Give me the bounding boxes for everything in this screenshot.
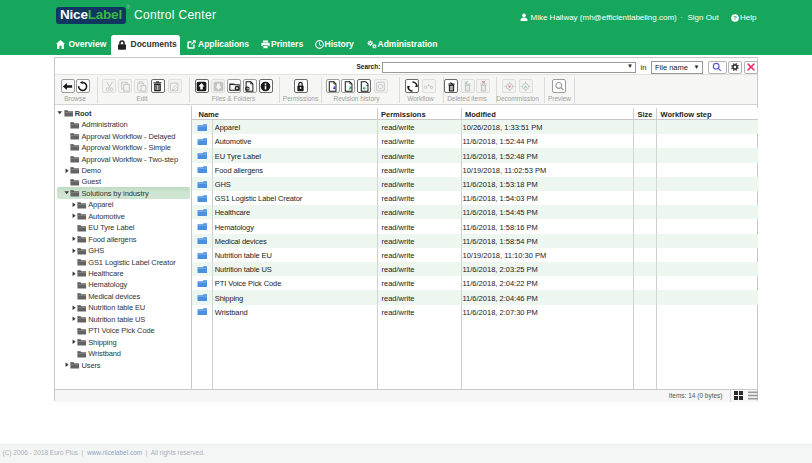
svg-text:?: ? xyxy=(733,14,737,21)
